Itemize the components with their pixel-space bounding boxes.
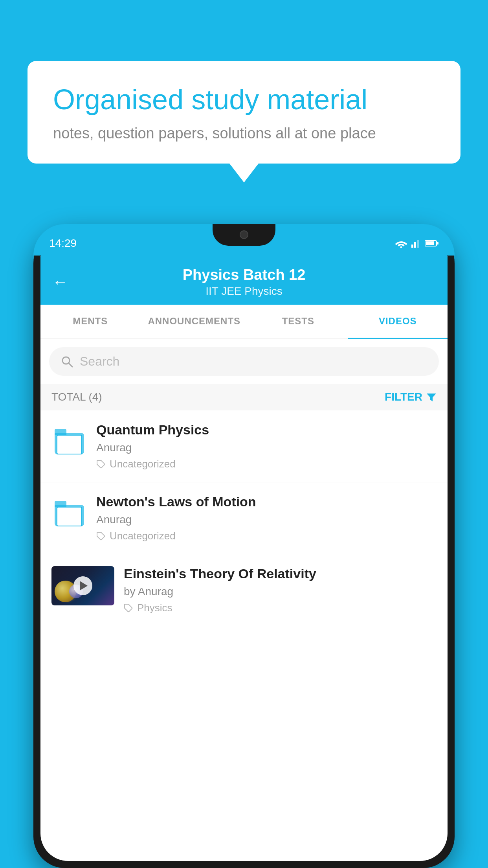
video-author: Anurag <box>96 441 437 454</box>
search-placeholder: Search <box>80 354 119 369</box>
svg-line-8 <box>69 363 72 367</box>
wifi-icon <box>395 239 407 248</box>
batch-subtitle: IIT JEE Physics <box>76 285 412 298</box>
status-time: 14:29 <box>49 237 77 250</box>
total-count: TOTAL (4) <box>51 391 102 403</box>
header-title-group: Physics Batch 12 IIT JEE Physics <box>76 267 412 298</box>
video-info: Einstein's Theory Of Relativity by Anura… <box>124 566 437 614</box>
search-bar[interactable]: Search <box>49 347 439 376</box>
tag-icon <box>124 603 133 613</box>
item-icon-container <box>51 494 87 530</box>
tab-videos[interactable]: VIDEOS <box>348 305 448 339</box>
search-container: Search <box>40 339 448 384</box>
filter-label: FILTER <box>385 391 422 403</box>
tag-label: Physics <box>137 602 172 614</box>
play-button[interactable] <box>73 576 92 595</box>
list-item[interactable]: Quantum Physics Anurag Uncategorized <box>40 410 448 482</box>
speech-bubble: Organised study material notes, question… <box>28 61 460 164</box>
svg-point-0 <box>400 246 402 248</box>
front-camera <box>240 230 248 239</box>
tab-announcements[interactable]: ANNOUNCEMENTS <box>140 305 248 338</box>
filter-button[interactable]: FILTER <box>385 391 437 403</box>
phone-device: 14:29 <box>33 224 455 868</box>
tab-tests[interactable]: TESTS <box>248 305 348 338</box>
search-icon <box>61 355 73 368</box>
folder-icon <box>55 501 84 526</box>
phone-screen: ← Physics Batch 12 IIT JEE Physics MENTS… <box>40 255 448 861</box>
tag-label: Uncategorized <box>110 530 176 542</box>
video-tag: Uncategorized <box>96 458 437 470</box>
app-header: ← Physics Batch 12 IIT JEE Physics <box>40 255 448 305</box>
bubble-subtitle: notes, question papers, solutions all at… <box>53 125 435 142</box>
signal-icon <box>411 239 421 248</box>
folder-icon <box>55 429 84 454</box>
list-item[interactable]: Einstein's Theory Of Relativity by Anura… <box>40 554 448 626</box>
video-title: Quantum Physics <box>96 422 437 438</box>
svg-rect-3 <box>417 240 419 248</box>
back-button[interactable]: ← <box>52 273 68 291</box>
video-tag: Physics <box>124 602 437 614</box>
svg-rect-6 <box>437 242 438 245</box>
tab-bar: MENTS ANNOUNCEMENTS TESTS VIDEOS <box>40 305 448 339</box>
filter-row: TOTAL (4) FILTER <box>40 384 448 410</box>
video-tag: Uncategorized <box>96 530 437 542</box>
battery-icon <box>425 240 439 247</box>
video-title: Einstein's Theory Of Relativity <box>124 566 437 581</box>
video-list: Quantum Physics Anurag Uncategorized <box>40 410 448 626</box>
svg-rect-1 <box>411 245 413 248</box>
video-author: Anurag <box>96 513 437 526</box>
svg-rect-5 <box>426 241 434 245</box>
tab-ments[interactable]: MENTS <box>40 305 140 338</box>
video-info: Newton's Laws of Motion Anurag Uncategor… <box>96 494 437 542</box>
svg-marker-9 <box>427 394 436 401</box>
video-author: by Anurag <box>124 585 437 598</box>
item-icon-container <box>51 422 87 458</box>
filter-icon <box>426 392 437 402</box>
tag-icon <box>96 460 106 469</box>
svg-rect-2 <box>414 242 416 248</box>
video-thumbnail <box>51 566 114 605</box>
batch-title: Physics Batch 12 <box>76 267 412 283</box>
video-title: Newton's Laws of Motion <box>96 494 437 509</box>
video-info: Quantum Physics Anurag Uncategorized <box>96 422 437 470</box>
tag-icon <box>96 531 106 541</box>
tag-label: Uncategorized <box>110 458 176 470</box>
list-item[interactable]: Newton's Laws of Motion Anurag Uncategor… <box>40 482 448 554</box>
bubble-title: Organised study material <box>53 83 435 116</box>
phone-notch <box>213 224 275 246</box>
status-icons <box>395 239 439 248</box>
